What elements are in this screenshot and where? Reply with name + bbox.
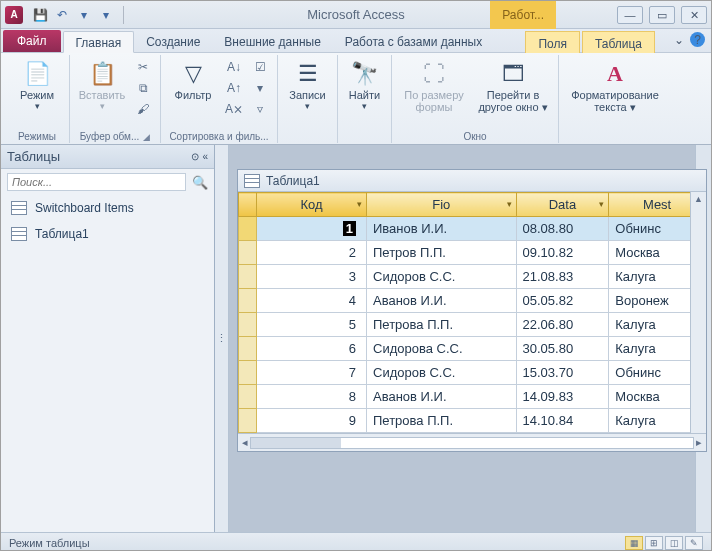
cell-fio[interactable]: Сидорова С.С. — [367, 337, 517, 361]
row-selector[interactable] — [239, 217, 257, 241]
cell-id[interactable]: 7 — [257, 361, 367, 385]
table-row[interactable]: 7Сидоров С.С.15.03.70Обнинс — [239, 361, 706, 385]
tab-table[interactable]: Таблица — [582, 31, 655, 53]
nav-header[interactable]: Таблицы ⊙ « — [1, 145, 214, 169]
cell-id[interactable]: 6 — [257, 337, 367, 361]
data-grid[interactable]: Код▾ Fio▾ Data▾ Mest▾ 1Иванов И.И.08.08.… — [238, 192, 706, 433]
formatpainter-button[interactable]: 🖌 — [132, 99, 154, 119]
view-datasheet[interactable]: ▦ — [625, 536, 643, 550]
cell-data[interactable]: 22.06.80 — [516, 313, 609, 337]
paste-button[interactable]: 📋 Вставить ▾ — [76, 57, 128, 111]
nav-dropdown-icon[interactable]: ⊙ — [191, 151, 199, 162]
scroll-thumb[interactable] — [251, 438, 341, 448]
nav-collapse-icon[interactable]: « — [202, 151, 208, 162]
advanced-filter[interactable]: ▾ — [249, 78, 271, 98]
table-row[interactable]: 4Аванов И.И.05.05.82Воронеж — [239, 289, 706, 313]
window-minimize[interactable]: — — [617, 6, 643, 24]
qat-redo[interactable]: ▾ — [73, 4, 95, 26]
table-row[interactable]: 3Сидоров С.С.21.08.83Калуга — [239, 265, 706, 289]
nav-item-table1[interactable]: Таблица1 — [1, 221, 214, 247]
textformat-button[interactable]: A Форматирование текста ▾ — [565, 57, 665, 114]
cell-data[interactable]: 05.05.82 — [516, 289, 609, 313]
records-button[interactable]: ☰ Записи ▾ — [282, 57, 334, 111]
cell-fio[interactable]: Петрова П.П. — [367, 313, 517, 337]
toggle-filter[interactable]: ▿ — [249, 99, 271, 119]
col-data[interactable]: Data▾ — [516, 193, 609, 217]
cell-id[interactable]: 3 — [257, 265, 367, 289]
row-selector[interactable] — [239, 265, 257, 289]
cell-fio[interactable]: Сидоров С.С. — [367, 361, 517, 385]
cell-fio[interactable]: Петров П.П. — [367, 241, 517, 265]
cut-button[interactable]: ✂ — [132, 57, 154, 77]
search-input[interactable] — [7, 173, 186, 191]
col-id[interactable]: Код▾ — [257, 193, 367, 217]
row-selector[interactable] — [239, 337, 257, 361]
copy-button[interactable]: ⧉ — [132, 78, 154, 98]
chevron-down-icon[interactable]: ▾ — [507, 199, 512, 209]
row-selector[interactable] — [239, 361, 257, 385]
tab-home[interactable]: Главная — [63, 31, 135, 53]
search-icon[interactable]: 🔍 — [192, 175, 208, 190]
cell-fio[interactable]: Аванов И.И. — [367, 385, 517, 409]
cell-data[interactable]: 14.09.83 — [516, 385, 609, 409]
window-maximize[interactable]: ▭ — [649, 6, 675, 24]
row-selector[interactable] — [239, 241, 257, 265]
qat-undo[interactable]: ↶ — [51, 4, 73, 26]
cell-data[interactable]: 09.10.82 — [516, 241, 609, 265]
grid-scrollbar-v[interactable]: ▲ — [690, 192, 706, 433]
view-design[interactable]: ✎ — [685, 536, 703, 550]
qat-more[interactable]: ▾ — [95, 4, 117, 26]
sort-desc[interactable]: A↑ — [223, 78, 245, 98]
nav-item-switchboard[interactable]: Switchboard Items — [1, 195, 214, 221]
fit-form-button[interactable]: ⛶ По размеру формы — [398, 57, 470, 113]
grid-scrollbar-h[interactable]: ◂ ▸ — [238, 433, 706, 451]
table-row[interactable]: 5Петрова П.П.22.06.80Калуга — [239, 313, 706, 337]
subwindow-title-bar[interactable]: Таблица1 — [238, 170, 706, 192]
row-selector[interactable] — [239, 385, 257, 409]
select-all-header[interactable] — [239, 193, 257, 217]
switch-window-button[interactable]: 🗔 Перейти в другое окно ▾ — [474, 57, 552, 114]
view-pivottable[interactable]: ⊞ — [645, 536, 663, 550]
tab-external[interactable]: Внешние данные — [212, 30, 333, 52]
file-tab[interactable]: Файл — [3, 30, 61, 52]
cell-fio[interactable]: Сидоров С.С. — [367, 265, 517, 289]
cell-id[interactable]: 9 — [257, 409, 367, 433]
tab-create[interactable]: Создание — [134, 30, 212, 52]
view-pivotchart[interactable]: ◫ — [665, 536, 683, 550]
cell-data[interactable]: 21.08.83 — [516, 265, 609, 289]
selection-filter[interactable]: ☑ — [249, 57, 271, 77]
sort-clear[interactable]: A⨯ — [223, 99, 245, 119]
cell-id[interactable]: 5 — [257, 313, 367, 337]
row-selector[interactable] — [239, 313, 257, 337]
tab-dbtools[interactable]: Работа с базами данных — [333, 30, 494, 52]
ribbon-collapse[interactable]: ⌄ — [674, 33, 684, 47]
find-button[interactable]: 🔭 Найти ▾ — [339, 57, 391, 111]
col-fio[interactable]: Fio▾ — [367, 193, 517, 217]
tab-fields[interactable]: Поля — [525, 31, 580, 53]
nav-resize-grip[interactable]: ⋮ — [215, 145, 229, 532]
cell-id[interactable]: 4 — [257, 289, 367, 313]
chevron-down-icon[interactable]: ▾ — [357, 199, 362, 209]
qat-save[interactable]: 💾 — [29, 4, 51, 26]
cell-data[interactable]: 08.08.80 — [516, 217, 609, 241]
cell-fio[interactable]: Аванов И.И. — [367, 289, 517, 313]
cell-id[interactable]: 1 — [257, 217, 367, 241]
sort-asc[interactable]: A↓ — [223, 57, 245, 77]
row-selector[interactable] — [239, 289, 257, 313]
cell-data[interactable]: 30.05.80 — [516, 337, 609, 361]
views-button[interactable]: 📄 Режим ▾ — [11, 57, 63, 111]
cell-data[interactable]: 14.10.84 — [516, 409, 609, 433]
help-icon[interactable]: ? — [690, 32, 705, 47]
chevron-down-icon[interactable]: ▾ — [599, 199, 604, 209]
table-row[interactable]: 9Петрова П.П.14.10.84Калуга — [239, 409, 706, 433]
filter-button[interactable]: ▽ Фильтр — [167, 57, 219, 101]
table-row[interactable]: 2Петров П.П.09.10.82Москва — [239, 241, 706, 265]
cell-id[interactable]: 8 — [257, 385, 367, 409]
window-close[interactable]: ✕ — [681, 6, 707, 24]
table-row[interactable]: 6Сидорова С.С.30.05.80Калуга — [239, 337, 706, 361]
cell-data[interactable]: 15.03.70 — [516, 361, 609, 385]
row-selector[interactable] — [239, 409, 257, 433]
table-row[interactable]: 8Аванов И.И.14.09.83Москва — [239, 385, 706, 409]
table-row[interactable]: 1Иванов И.И.08.08.80Обнинс — [239, 217, 706, 241]
cell-fio[interactable]: Иванов И.И. — [367, 217, 517, 241]
